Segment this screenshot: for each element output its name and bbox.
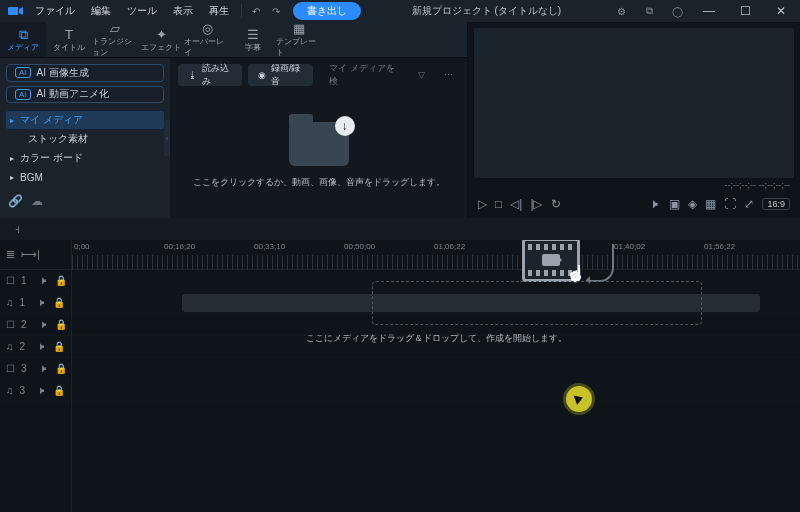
quality-icon[interactable]: ◈ bbox=[688, 197, 697, 211]
account-icon[interactable]: ◯ bbox=[668, 2, 686, 20]
library-sidebar: AIAI 画像生成 AIAI 動画アニメ化 ▸マイ メディア ストック素材 ▸カ… bbox=[0, 58, 170, 218]
more-icon[interactable]: ⋯ bbox=[438, 64, 459, 86]
lock-track-icon[interactable]: 🔒 bbox=[55, 363, 67, 374]
menu-edit[interactable]: 編集 bbox=[84, 2, 118, 20]
mute-track-icon[interactable]: 🕨 bbox=[37, 297, 47, 308]
link-icon[interactable]: 🔗 bbox=[8, 194, 23, 208]
track-number: 2 bbox=[20, 341, 26, 352]
prev-frame-icon[interactable]: ◁| bbox=[510, 197, 522, 211]
tree-label: カラー ボード bbox=[20, 151, 83, 165]
safezone-icon[interactable]: ⛶ bbox=[724, 197, 736, 211]
template-icon: ▦ bbox=[293, 21, 305, 35]
menu-play[interactable]: 再生 bbox=[202, 2, 236, 20]
loop-icon[interactable]: ↻ bbox=[551, 197, 561, 211]
ruler-label: 01;06;22 bbox=[434, 242, 465, 251]
tab-transition[interactable]: ▱トランジション bbox=[92, 22, 138, 57]
preview-canvas[interactable] bbox=[474, 28, 794, 178]
ai-image-label: AI 画像生成 bbox=[37, 66, 89, 80]
window-maximize[interactable]: ☐ bbox=[732, 4, 758, 18]
record-button[interactable]: ◉録画/録音 bbox=[248, 64, 313, 86]
menu-file[interactable]: ファイル bbox=[28, 2, 82, 20]
track-header[interactable]: ♫2🕨🔒 bbox=[0, 336, 71, 358]
filter-icon[interactable]: ▽ bbox=[411, 64, 432, 86]
tab-subtitle[interactable]: ☰字幕 bbox=[230, 22, 276, 57]
export-button[interactable]: 書き出し bbox=[293, 2, 361, 20]
snapshot-icon[interactable]: ▣ bbox=[669, 197, 680, 211]
track-opts-icon[interactable]: ≣ bbox=[6, 248, 15, 261]
collapse-handle[interactable]: ‹ bbox=[164, 120, 170, 156]
timeline-dropzone[interactable]: ☝ bbox=[182, 284, 760, 322]
mute-track-icon[interactable]: 🕨 bbox=[39, 319, 49, 330]
tab-template[interactable]: ▦テンプレート bbox=[276, 22, 322, 57]
tab-label: オーバーレイ bbox=[184, 36, 230, 58]
tree-label: BGM bbox=[20, 172, 43, 183]
ai-image-button[interactable]: AIAI 画像生成 bbox=[6, 64, 164, 82]
track-lane[interactable] bbox=[72, 380, 800, 402]
timeline-body[interactable]: 0;0000;16;2000;33;1000;50;0001;06;2201;2… bbox=[72, 240, 800, 512]
tab-effect[interactable]: ✦エフェクト bbox=[138, 22, 184, 57]
tab-label: エフェクト bbox=[141, 42, 181, 53]
next-frame-icon[interactable]: |▷ bbox=[530, 197, 542, 211]
tab-label: 字幕 bbox=[245, 42, 261, 53]
tab-title[interactable]: Tタイトル bbox=[46, 22, 92, 57]
cloud-icon[interactable]: ☁ bbox=[31, 194, 43, 208]
svg-rect-0 bbox=[8, 7, 18, 15]
timeline-hint: ここにメディアをドラッグ＆ドロップして、作成を開始します。 bbox=[72, 332, 800, 345]
overlay-icon: ◎ bbox=[202, 21, 213, 35]
mute-track-icon[interactable]: 🕨 bbox=[39, 275, 49, 286]
mute-track-icon[interactable]: 🕨 bbox=[37, 385, 47, 396]
lock-track-icon[interactable]: 🔒 bbox=[53, 297, 65, 308]
title-icon: T bbox=[65, 27, 73, 41]
track-header[interactable]: ☐2🕨🔒 bbox=[0, 314, 71, 336]
notify-icon[interactable]: ⧉ bbox=[640, 2, 658, 20]
track-header[interactable]: ♫1🕨🔒 bbox=[0, 292, 71, 314]
mute-track-icon[interactable]: 🕨 bbox=[39, 363, 49, 374]
menu-view[interactable]: 表示 bbox=[166, 2, 200, 20]
undo-icon[interactable]: ↶ bbox=[247, 2, 265, 20]
media-icon: ⧉ bbox=[19, 27, 28, 41]
video-track-icon: ☐ bbox=[6, 275, 15, 286]
track-header[interactable]: ☐3🕨🔒 bbox=[0, 358, 71, 380]
fullscreen-icon[interactable]: ⤢ bbox=[744, 197, 754, 211]
effect-icon: ✦ bbox=[156, 27, 167, 41]
track-number: 1 bbox=[21, 275, 27, 286]
settings-icon[interactable]: ⚙ bbox=[612, 2, 630, 20]
menu-tool[interactable]: ツール bbox=[120, 2, 164, 20]
track-header[interactable]: ♫3🕨🔒 bbox=[0, 380, 71, 402]
tree-colorboard[interactable]: ▸カラー ボード bbox=[6, 149, 164, 167]
tab-media[interactable]: ⧉メディア bbox=[0, 22, 46, 57]
subtitle-icon: ☰ bbox=[247, 27, 259, 41]
magnet-icon[interactable]: ⟼| bbox=[21, 248, 40, 261]
tree-bgm[interactable]: ▸BGM bbox=[6, 168, 164, 186]
search-input[interactable]: マイ メディアを検 bbox=[319, 64, 405, 86]
lock-track-icon[interactable]: 🔒 bbox=[53, 385, 65, 396]
media-hint: ここをクリックするか、動画、画像、音声をドラッグします。 bbox=[193, 176, 445, 189]
mute-track-icon[interactable]: 🕨 bbox=[37, 341, 47, 352]
track-lane[interactable] bbox=[72, 358, 800, 380]
tree-my-media[interactable]: ▸マイ メディア bbox=[6, 111, 164, 129]
timeline-ruler[interactable]: 0;0000;16;2000;33;1000;50;0001;06;2201;2… bbox=[72, 240, 800, 270]
video-track-icon: ☐ bbox=[6, 363, 15, 374]
mute-icon[interactable]: 🕨 bbox=[649, 197, 661, 211]
aspect-ratio[interactable]: 16:9 bbox=[762, 198, 790, 210]
redo-icon[interactable]: ↷ bbox=[267, 2, 285, 20]
tree-stock[interactable]: ストック素材 bbox=[6, 130, 164, 148]
ai-badge: AI bbox=[15, 89, 31, 100]
play-icon[interactable]: ▷ bbox=[478, 197, 487, 211]
tab-label: テンプレート bbox=[276, 36, 322, 58]
window-close[interactable]: ✕ bbox=[768, 4, 794, 18]
library-panel: ⧉メディア Tタイトル ▱トランジション ✦エフェクト ◎オーバーレイ ☰字幕 … bbox=[0, 22, 468, 218]
stop-icon[interactable]: □ bbox=[495, 197, 502, 211]
ruler-label: 01;56;22 bbox=[704, 242, 735, 251]
lock-track-icon[interactable]: 🔒 bbox=[55, 319, 67, 330]
lock-track-icon[interactable]: 🔒 bbox=[55, 275, 67, 286]
import-button[interactable]: ⭳読み込み bbox=[178, 64, 242, 86]
track-header[interactable]: ☐1🕨🔒 bbox=[0, 270, 71, 292]
tl-tool-1[interactable]: ⫞ bbox=[8, 220, 26, 238]
media-drop-area[interactable]: ↓ ここをクリックするか、動画、画像、音声をドラッグします。 bbox=[170, 92, 467, 218]
tab-overlay[interactable]: ◎オーバーレイ bbox=[184, 22, 230, 57]
lock-track-icon[interactable]: 🔒 bbox=[53, 341, 65, 352]
grid-icon[interactable]: ▦ bbox=[705, 197, 716, 211]
ai-anim-button[interactable]: AIAI 動画アニメ化 bbox=[6, 86, 164, 104]
window-minimize[interactable]: — bbox=[696, 4, 722, 18]
